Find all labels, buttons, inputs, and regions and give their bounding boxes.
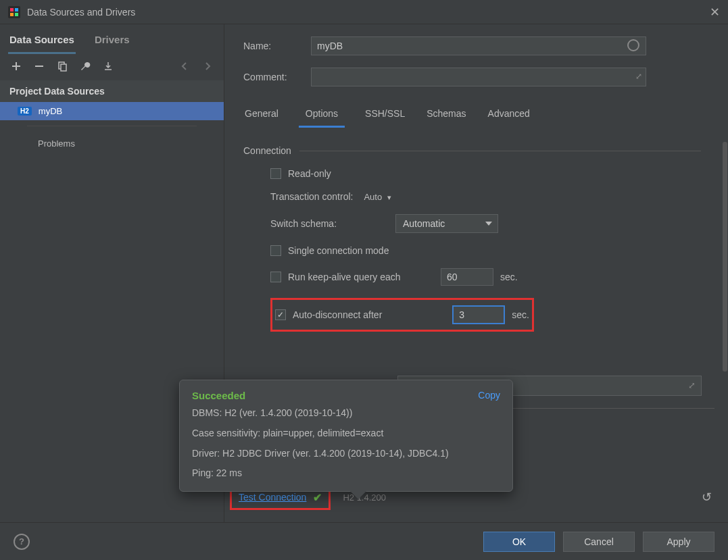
switch-schema-select[interactable]: Automatic <box>395 214 498 233</box>
import-icon[interactable] <box>103 61 114 74</box>
keepalive-checkbox[interactable] <box>270 272 281 282</box>
sidebar-item-label: myDB <box>39 106 62 116</box>
content-tabs: General Options SSH/SSL Schemas Advanced <box>243 99 728 128</box>
connection-result-tooltip: Succeeded Copy DBMS: H2 (ver. 1.4.200 (2… <box>179 380 513 492</box>
name-input[interactable] <box>311 36 646 55</box>
color-circle-icon[interactable] <box>627 39 639 51</box>
window-title: Data Sources and Drivers <box>27 7 135 18</box>
comment-input[interactable] <box>311 68 646 86</box>
readonly-checkbox[interactable] <box>270 168 281 179</box>
autodisconnect-label: Auto-disconnect after <box>293 309 409 320</box>
divider <box>299 151 701 151</box>
transaction-label: Transaction control: <box>270 191 353 202</box>
case-line: Case sensitivity: plain=upper, delimited… <box>192 426 500 442</box>
tab-general[interactable]: General <box>243 105 280 128</box>
tab-sshssl[interactable]: SSH/SSL <box>364 105 406 128</box>
keepalive-label: Run keep-alive query each <box>288 272 434 282</box>
tab-data-sources[interactable]: Data Sources <box>8 30 76 54</box>
forward-icon[interactable] <box>202 61 213 74</box>
svg-rect-2 <box>15 8 18 11</box>
status-text: Succeeded <box>192 390 245 401</box>
svg-rect-4 <box>15 13 18 16</box>
svg-rect-0 <box>8 6 20 18</box>
connection-title: Connection <box>243 145 291 156</box>
autodisconnect-row-highlight: Auto-disconnect after sec. <box>270 298 534 332</box>
transaction-select[interactable]: Auto ▾ <box>364 192 391 202</box>
section-header: Project Data Sources <box>0 80 224 102</box>
sidebar-item-problems[interactable]: Problems <box>0 132 224 155</box>
sidebar-item-mydb[interactable]: H2 myDB <box>0 102 224 120</box>
ping-line: Ping: 22 ms <box>192 465 500 482</box>
svg-rect-3 <box>10 13 14 16</box>
sidebar-toolbar <box>0 54 224 80</box>
driver-line: Driver: H2 JDBC Driver (ver. 1.4.200 (20… <box>192 446 500 462</box>
keepalive-input[interactable] <box>441 268 493 286</box>
expand-icon[interactable]: ⤢ <box>635 72 642 81</box>
ok-button[interactable]: OK <box>483 532 555 552</box>
tree-separator <box>27 126 197 126</box>
copy-link[interactable]: Copy <box>478 390 500 401</box>
apply-button[interactable]: Apply <box>643 532 714 552</box>
tab-drivers[interactable]: Drivers <box>93 30 131 54</box>
back-icon[interactable] <box>179 61 190 74</box>
help-icon[interactable]: ? <box>14 534 30 550</box>
copy-icon[interactable] <box>57 61 68 74</box>
name-label: Name: <box>243 41 311 51</box>
remove-icon[interactable] <box>34 61 45 74</box>
scrollbar[interactable] <box>723 142 727 372</box>
autodisconnect-input[interactable] <box>452 305 505 324</box>
wrench-icon[interactable] <box>80 61 91 74</box>
tab-options[interactable]: Options <box>299 105 345 128</box>
bottom-bar: ? OK Cancel Apply <box>0 522 728 560</box>
single-connection-checkbox[interactable] <box>270 245 281 256</box>
add-icon[interactable] <box>11 61 22 74</box>
tab-advanced[interactable]: Advanced <box>487 105 531 128</box>
dropdown-triangle-icon <box>485 222 492 226</box>
h2-badge-icon: H2 <box>18 107 32 116</box>
readonly-label: Read-only <box>288 168 331 179</box>
autodisconnect-checkbox[interactable] <box>275 309 286 320</box>
comment-label: Comment: <box>243 72 311 82</box>
titlebar: Data Sources and Drivers ✕ <box>0 0 728 24</box>
dbms-line: DBMS: H2 (ver. 1.4.200 (2019-10-14)) <box>192 405 500 422</box>
revert-icon[interactable]: ↺ <box>702 490 712 505</box>
tab-schemas[interactable]: Schemas <box>425 105 467 128</box>
app-icon <box>8 6 20 18</box>
chevron-down-icon: ▾ <box>387 193 391 201</box>
svg-rect-6 <box>61 64 66 71</box>
sec-label: sec. <box>500 272 518 282</box>
cancel-button[interactable]: Cancel <box>563 532 635 552</box>
close-icon[interactable]: ✕ <box>710 5 720 20</box>
switch-schema-label: Switch schema: <box>270 218 389 229</box>
success-checkmark-icon: ✔ <box>313 491 322 504</box>
sec-label2: sec. <box>512 309 529 320</box>
svg-rect-1 <box>10 8 14 11</box>
test-connection-link[interactable]: Test Connection <box>239 492 306 503</box>
expand-icon[interactable]: ⤢ <box>688 380 696 390</box>
single-connection-label: Single connection mode <box>288 245 389 256</box>
